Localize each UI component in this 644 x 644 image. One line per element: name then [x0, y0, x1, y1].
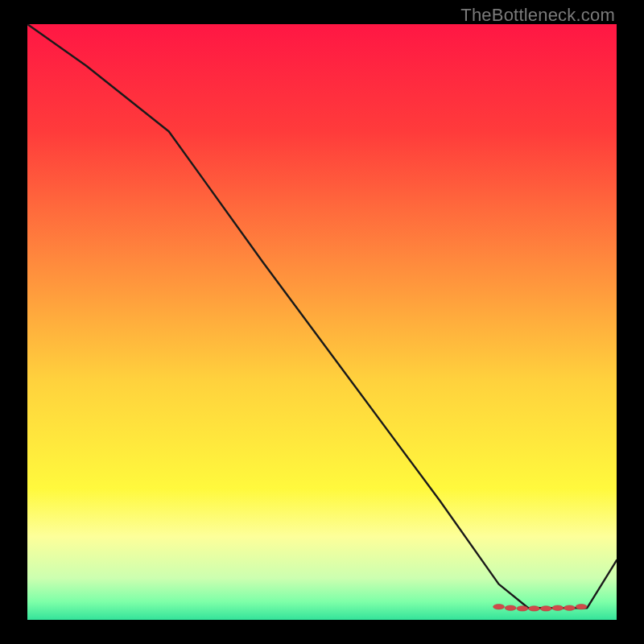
chart-frame: TheBottleneck.com	[0, 0, 644, 644]
optimal-marker	[517, 606, 528, 611]
gradient-background	[27, 24, 617, 620]
optimal-marker	[505, 605, 516, 610]
optimal-marker	[493, 605, 505, 609]
optimal-marker	[576, 605, 587, 609]
optimal-marker	[564, 605, 575, 610]
optimal-marker	[540, 606, 551, 611]
optimal-marker	[552, 605, 564, 610]
chart-svg	[27, 24, 617, 620]
watermark-label: TheBottleneck.com	[460, 5, 615, 26]
optimal-marker	[529, 606, 540, 611]
plot-area	[27, 24, 617, 620]
